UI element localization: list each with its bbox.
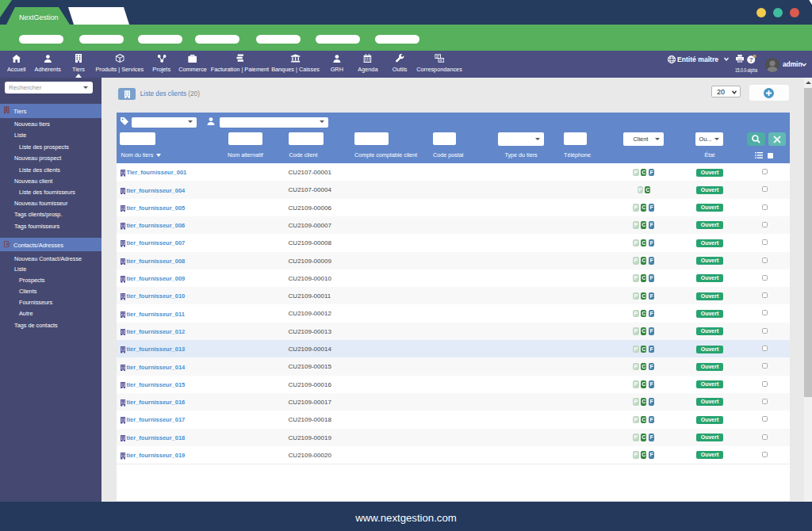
svg-text:?: ? — [749, 56, 753, 63]
